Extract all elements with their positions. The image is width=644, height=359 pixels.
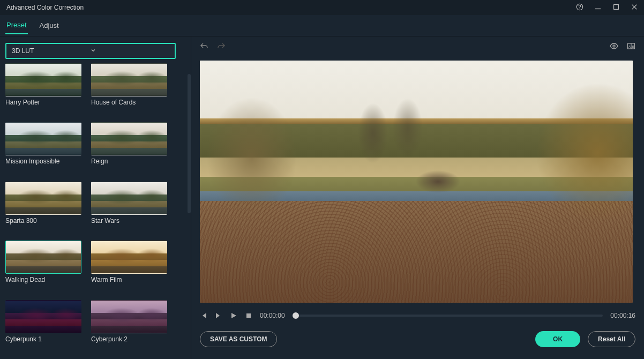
preview-toolbar: AB [200, 36, 635, 57]
preset-thumb [5, 63, 81, 96]
preset-label: Reign [91, 158, 167, 165]
preset-thumb [91, 241, 167, 274]
close-icon[interactable] [630, 3, 639, 12]
compare-icon[interactable]: AB [627, 42, 635, 52]
preset-item[interactable]: Mission Impossible [5, 122, 81, 176]
undo-icon[interactable] [200, 42, 208, 52]
time-total: 00:00:16 [610, 312, 635, 319]
ok-button[interactable]: OK [535, 331, 580, 347]
window-controls [575, 3, 639, 12]
preset-grid: Harry PotterHouse of CardsMission Imposs… [5, 63, 186, 354]
tab-bar: Preset Adjust [0, 15, 644, 36]
preset-label: Walking Dead [5, 276, 81, 283]
main-area: 3D LUT Harry PotterHouse of CardsMission… [0, 36, 644, 359]
stop-button[interactable] [245, 312, 252, 319]
preset-label: Warm Film [91, 276, 167, 283]
preset-thumb [5, 122, 81, 155]
minimize-icon[interactable] [594, 3, 602, 12]
preset-item[interactable]: Harry Potter [5, 63, 81, 117]
svg-point-6 [613, 45, 615, 47]
preset-thumb [5, 182, 81, 215]
preset-item[interactable]: Star Wars [91, 182, 167, 235]
eye-icon[interactable] [610, 42, 618, 52]
preset-label: Mission Impossible [5, 158, 81, 165]
save-as-custom-button[interactable]: SAVE AS CUSTOM [200, 331, 277, 347]
footer-bar: SAVE AS CUSTOM OK Reset All [200, 326, 635, 353]
svg-text:B: B [632, 45, 634, 48]
reset-all-button[interactable]: Reset All [588, 331, 635, 347]
titlebar: Advanced Color Correction [0, 0, 644, 15]
preset-thumb [5, 241, 81, 274]
preset-label: Cyberpunk 2 [91, 335, 167, 343]
tab-adjust[interactable]: Adjust [39, 17, 60, 34]
right-panel: AB 00:00:00 00:00:16 SAVE AS CUS [191, 36, 644, 359]
preset-item[interactable]: Cyberpunk 2 [91, 300, 167, 354]
lut-dropdown-label: 3D LUT [12, 47, 91, 55]
redo-icon[interactable] [217, 42, 226, 52]
prev-frame-button[interactable] [200, 312, 207, 319]
next-frame-button[interactable] [215, 312, 222, 319]
preset-thumb [5, 300, 81, 333]
playback-knob[interactable] [293, 312, 299, 319]
preset-thumb [91, 122, 167, 155]
time-current: 00:00:00 [260, 312, 285, 319]
playback-bar: 00:00:00 00:00:16 [200, 305, 635, 326]
preset-label: House of Cards [91, 99, 167, 106]
preset-label: Star Wars [91, 217, 167, 225]
preset-thumb [91, 63, 167, 96]
chevron-down-icon [91, 48, 169, 54]
preview-image [200, 61, 633, 303]
playback-track[interactable] [293, 315, 603, 317]
preset-thumb [91, 300, 167, 333]
svg-rect-3 [614, 4, 619, 9]
svg-rect-11 [246, 313, 251, 318]
preset-label: Cyberpunk 1 [5, 335, 81, 343]
preset-label: Sparta 300 [5, 217, 81, 225]
lut-dropdown[interactable]: 3D LUT [5, 43, 176, 59]
svg-point-1 [579, 8, 580, 9]
left-panel: 3D LUT Harry PotterHouse of CardsMission… [0, 36, 191, 359]
svg-text:A: A [628, 45, 631, 48]
tab-preset[interactable]: Preset [5, 17, 28, 34]
preset-thumb [91, 182, 167, 215]
preset-item[interactable]: Cyberpunk 1 [5, 300, 81, 354]
preset-item[interactable]: Warm Film [91, 241, 167, 294]
preset-scrollbar[interactable] [188, 74, 191, 213]
preset-item[interactable]: Reign [91, 122, 167, 176]
preset-item[interactable]: Walking Dead [5, 241, 81, 294]
play-button[interactable] [230, 312, 237, 319]
window-title: Advanced Color Correction [6, 4, 575, 11]
preset-label: Harry Potter [5, 99, 81, 106]
preset-item[interactable]: House of Cards [91, 63, 167, 117]
help-icon[interactable] [575, 3, 584, 12]
maximize-icon[interactable] [612, 3, 620, 12]
preset-item[interactable]: Sparta 300 [5, 182, 81, 235]
